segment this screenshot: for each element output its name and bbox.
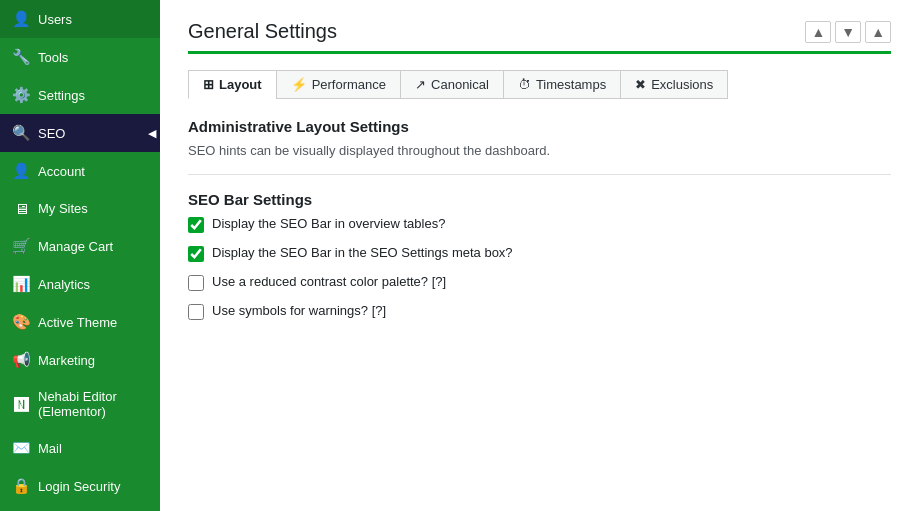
timestamps-tab-icon: ⏱ [518, 77, 531, 92]
header-actions: ▲ ▼ ▲ [805, 21, 891, 43]
sidebar-item-my-sites[interactable]: 🖥My Sites [0, 190, 160, 227]
checkbox-row-display-overview: Display the SEO Bar in overview tables? [188, 216, 891, 233]
checkbox-row-symbols-warnings: Use symbols for warnings? [?] [188, 303, 891, 320]
sidebar-label: Account [38, 164, 85, 179]
sidebar-label: Analytics [38, 277, 90, 292]
seo-bar-title: SEO Bar Settings [188, 191, 891, 208]
sidebar: 👤Users🔧Tools⚙️Settings🔍SEO◀👤Account🖥My S… [0, 0, 160, 511]
main-content: General Settings ▲ ▼ ▲ ⊞Layout⚡Performan… [160, 0, 919, 511]
sidebar-item-users[interactable]: 👤Users [0, 0, 160, 38]
performance-tab-icon: ⚡ [291, 77, 307, 92]
sidebar-item-login-security[interactable]: 🔒Login Security [0, 467, 160, 505]
sidebar-item-tools[interactable]: 🔧Tools [0, 38, 160, 76]
page-title: General Settings [188, 20, 337, 43]
sidebar-label: Mail [38, 441, 62, 456]
tab-exclusions[interactable]: ✖Exclusions [620, 70, 728, 99]
checkbox-display-overview[interactable] [188, 217, 204, 233]
canonical-tab-label: Canonical [431, 77, 489, 92]
admin-layout-desc: SEO hints can be visually displayed thro… [188, 143, 891, 158]
seo-icon: 🔍 [12, 124, 30, 142]
sidebar-item-seo[interactable]: 🔍SEO◀ [0, 114, 160, 152]
sidebar-item-settings[interactable]: ⚙️Settings [0, 76, 160, 114]
sidebar-label: Manage Cart [38, 239, 113, 254]
sidebar-label: Nehabi Editor (Elementor) [38, 389, 148, 419]
nehabi-editor-icon: 🅽 [12, 396, 30, 413]
users-icon: 👤 [12, 10, 30, 28]
sidebar-item-active-theme[interactable]: 🎨Active Theme [0, 303, 160, 341]
section-divider [188, 174, 891, 175]
sidebar-label: Login Security [38, 479, 120, 494]
checkbox-symbols-warnings[interactable] [188, 304, 204, 320]
admin-layout-title: Administrative Layout Settings [188, 118, 891, 135]
checkbox-label-symbols-warnings[interactable]: Use symbols for warnings? [?] [212, 303, 386, 318]
checkbox-reduced-contrast[interactable] [188, 275, 204, 291]
checkbox-row-reduced-contrast: Use a reduced contrast color palette? [?… [188, 274, 891, 291]
checkbox-row-display-meta: Display the SEO Bar in the SEO Settings … [188, 245, 891, 262]
checkbox-display-meta[interactable] [188, 246, 204, 262]
scroll-up-button[interactable]: ▲ [805, 21, 831, 43]
tabs-row: ⊞Layout⚡Performance↗Canonical⏱Timestamps… [188, 70, 891, 98]
settings-icon: ⚙️ [12, 86, 30, 104]
sidebar-label: My Sites [38, 201, 88, 216]
active-theme-icon: 🎨 [12, 313, 30, 331]
checkbox-label-display-overview[interactable]: Display the SEO Bar in overview tables? [212, 216, 445, 231]
tools-icon: 🔧 [12, 48, 30, 66]
checkbox-label-display-meta[interactable]: Display the SEO Bar in the SEO Settings … [212, 245, 513, 260]
my-sites-icon: 🖥 [12, 200, 30, 217]
sidebar-arrow: ◀ [148, 127, 156, 140]
sidebar-label: Users [38, 12, 72, 27]
tab-performance[interactable]: ⚡Performance [276, 70, 401, 99]
manage-cart-icon: 🛒 [12, 237, 30, 255]
scroll-down-button[interactable]: ▼ [835, 21, 861, 43]
sidebar-label: Marketing [38, 353, 95, 368]
layout-tab-icon: ⊞ [203, 77, 214, 92]
sidebar-item-mail[interactable]: ✉️Mail [0, 429, 160, 467]
sidebar-item-account[interactable]: 👤Account [0, 152, 160, 190]
tab-canonical[interactable]: ↗Canonical [400, 70, 504, 99]
sidebar-label: Settings [38, 88, 85, 103]
checkboxes-container: Display the SEO Bar in overview tables?D… [188, 216, 891, 320]
layout-tab-label: Layout [219, 77, 262, 92]
analytics-icon: 📊 [12, 275, 30, 293]
tab-layout[interactable]: ⊞Layout [188, 70, 277, 99]
sidebar-label: Tools [38, 50, 68, 65]
page-header: General Settings ▲ ▼ ▲ [188, 20, 891, 54]
timestamps-tab-label: Timestamps [536, 77, 606, 92]
checkbox-label-reduced-contrast[interactable]: Use a reduced contrast color palette? [?… [212, 274, 446, 289]
sidebar-item-analytics[interactable]: 📊Analytics [0, 265, 160, 303]
account-icon: 👤 [12, 162, 30, 180]
exclusions-tab-label: Exclusions [651, 77, 713, 92]
exclusions-tab-icon: ✖ [635, 77, 646, 92]
tab-timestamps[interactable]: ⏱Timestamps [503, 70, 621, 99]
sidebar-label: Active Theme [38, 315, 117, 330]
sidebar-item-manage-cart[interactable]: 🛒Manage Cart [0, 227, 160, 265]
login-security-icon: 🔒 [12, 477, 30, 495]
performance-tab-label: Performance [312, 77, 386, 92]
sidebar-label: SEO [38, 126, 65, 141]
marketing-icon: 📢 [12, 351, 30, 369]
sidebar-item-marketing[interactable]: 📢Marketing [0, 341, 160, 379]
mail-icon: ✉️ [12, 439, 30, 457]
canonical-tab-icon: ↗ [415, 77, 426, 92]
sidebar-item-nehabi-editor[interactable]: 🅽Nehabi Editor (Elementor) [0, 379, 160, 429]
collapse-button[interactable]: ▲ [865, 21, 891, 43]
